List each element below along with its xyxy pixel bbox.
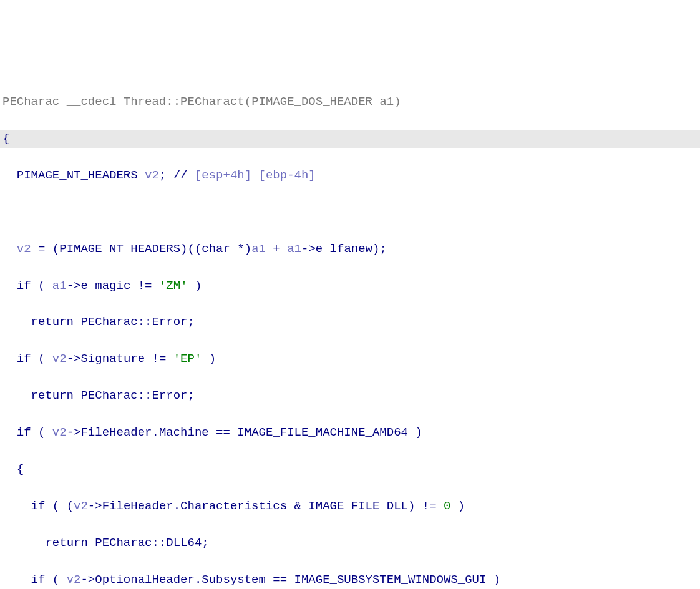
code-line[interactable]: return PECharac::Error; <box>0 313 700 331</box>
code-line[interactable]: { <box>0 460 700 479</box>
code-line[interactable]: v2 = (PIMAGE_NT_HEADERS)((char *)a1 + a1… <box>0 240 700 258</box>
arg-name: a1 <box>379 95 394 109</box>
type-name: PIMAGE_NT_HEADERS <box>17 168 138 182</box>
code-line[interactable]: if ( v2->OptionalHeader.Subsystem == IMA… <box>0 571 700 589</box>
code-line[interactable]: if ( v2->FileHeader.Machine == IMAGE_FIL… <box>0 424 700 442</box>
stack-annotation: [esp+4h] <box>195 168 251 182</box>
stack-annotation: [ebp-4h] <box>259 168 316 182</box>
return-type: PECharac <box>2 95 59 109</box>
code-line[interactable]: return PECharac::DLL64; <box>0 534 700 552</box>
code-line[interactable]: if ( (v2->FileHeader.Characteristics & I… <box>0 497 700 515</box>
code-line[interactable]: { <box>0 130 700 148</box>
function-name: PECharact <box>180 95 245 109</box>
arg-type: PIMAGE_DOS_HEADER <box>251 95 372 109</box>
code-line[interactable]: return PECharac::Error; <box>0 387 700 405</box>
comment-slashes: // <box>173 168 188 182</box>
calling-convention: __cdecl <box>67 95 117 109</box>
decompiler-code-view: PECharac __cdecl Thread::PECharact(PIMAG… <box>0 74 700 589</box>
code-line[interactable]: PECharac __cdecl Thread::PECharact(PIMAG… <box>0 93 700 111</box>
code-line[interactable]: if ( v2->Signature != 'EP' ) <box>0 350 700 368</box>
code-line <box>0 203 700 221</box>
code-line[interactable]: if ( a1->e_magic != 'ZM' ) <box>0 277 700 295</box>
variable: v2 <box>145 168 159 182</box>
brace-open: { <box>2 132 9 145</box>
class-name: Thread <box>124 95 166 109</box>
code-line[interactable]: PIMAGE_NT_HEADERS v2; // [esp+4h] [ebp-4… <box>0 167 700 185</box>
